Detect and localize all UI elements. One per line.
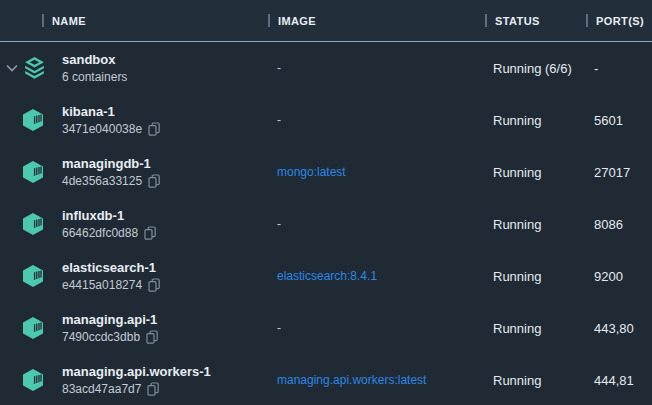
image-cell: - <box>268 321 485 335</box>
copy-id-button[interactable] <box>147 382 160 397</box>
container-id: 3471e040038e <box>62 122 142 137</box>
copy-id-button[interactable] <box>148 278 161 293</box>
image-cell: - <box>268 217 485 231</box>
column-header-ports[interactable]: PORT(S) <box>586 14 652 27</box>
status-cell: Running (6/6) <box>485 61 586 76</box>
copy-icon <box>148 122 161 137</box>
container-icon <box>22 108 48 132</box>
stack-icon <box>22 56 48 81</box>
name-cell: managing.api.workers-1 83acd47aa7d7 <box>0 364 268 397</box>
status-cell: Running <box>485 165 586 180</box>
column-divider <box>586 14 588 27</box>
container-name: managingdb-1 <box>62 156 161 172</box>
container-name: managing.api-1 <box>62 312 159 328</box>
container-row[interactable]: managingdb-1 4de356a33125 mongo:latest R… <box>0 146 652 198</box>
copy-icon <box>148 278 161 293</box>
status-cell: Running <box>485 269 586 284</box>
status-cell: Running <box>485 113 586 128</box>
ports-cell: 5601 <box>586 113 652 128</box>
container-name: kibana-1 <box>62 104 161 120</box>
container-id: 66462dfc0d88 <box>62 226 138 241</box>
ports-cell: 8086 <box>586 217 652 232</box>
image-cell: - <box>268 61 485 75</box>
column-header-status[interactable]: STATUS <box>485 14 586 27</box>
container-name: managing.api.workers-1 <box>62 364 211 380</box>
container-icon <box>22 212 48 236</box>
copy-id-button[interactable] <box>146 330 159 345</box>
name-cell: sandbox 6 containers <box>0 52 268 85</box>
column-header-image[interactable]: IMAGE <box>268 14 485 27</box>
collapse-toggle[interactable] <box>6 64 22 72</box>
copy-icon <box>144 226 157 241</box>
image-link[interactable]: managing.api.workers:latest <box>268 373 485 387</box>
name-cell: managingdb-1 4de356a33125 <box>0 156 268 189</box>
table-body: sandbox 6 containers - Running (6/6) - k… <box>0 42 652 405</box>
ports-cell: 444,81 <box>586 373 652 388</box>
image-link[interactable]: elasticsearch:8.4.1 <box>268 269 485 283</box>
container-id: 4de356a33125 <box>62 174 142 189</box>
container-icon <box>22 316 48 340</box>
column-label: NAME <box>52 15 86 27</box>
status-cell: Running <box>485 217 586 232</box>
table-header: NAME IMAGE STATUS PORT(S) <box>0 0 652 42</box>
container-row[interactable]: elasticsearch-1 e4415a018274 elasticsear… <box>0 250 652 302</box>
copy-icon <box>147 382 160 397</box>
chevron-down-icon <box>6 64 18 72</box>
column-header-name[interactable]: NAME <box>0 14 268 27</box>
ports-cell: 443,80 <box>586 321 652 336</box>
container-name: influxdb-1 <box>62 208 157 224</box>
copy-icon <box>148 174 161 189</box>
name-cell: kibana-1 3471e040038e <box>0 104 268 137</box>
name-cell: elasticsearch-1 e4415a018274 <box>0 260 268 293</box>
container-id: 7490ccdc3dbb <box>62 330 140 345</box>
group-subtitle: 6 containers <box>62 70 127 85</box>
copy-id-button[interactable] <box>148 122 161 137</box>
column-divider <box>268 14 270 27</box>
container-row[interactable]: managing.api.workers-1 83acd47aa7d7 mana… <box>0 354 652 405</box>
containers-table: NAME IMAGE STATUS PORT(S) <box>0 0 652 405</box>
copy-icon <box>146 330 159 345</box>
column-label: PORT(S) <box>596 15 644 27</box>
container-row[interactable]: managing.api-1 7490ccdc3dbb - Running 44… <box>0 302 652 354</box>
container-icon <box>22 264 48 288</box>
column-label: IMAGE <box>278 15 316 27</box>
copy-id-button[interactable] <box>148 174 161 189</box>
container-name: elasticsearch-1 <box>62 260 161 276</box>
column-label: STATUS <box>495 15 540 27</box>
container-id: 83acd47aa7d7 <box>62 382 141 397</box>
image-link[interactable]: mongo:latest <box>268 165 485 179</box>
ports-cell: 9200 <box>586 269 652 284</box>
ports-cell: - <box>586 61 652 76</box>
name-cell: influxdb-1 66462dfc0d88 <box>0 208 268 241</box>
image-cell: - <box>268 113 485 127</box>
status-cell: Running <box>485 373 586 388</box>
column-divider <box>485 14 487 27</box>
container-icon <box>22 368 48 392</box>
column-divider <box>42 14 44 27</box>
container-row[interactable]: influxdb-1 66462dfc0d88 - Running 8086 <box>0 198 652 250</box>
container-row[interactable]: kibana-1 3471e040038e - Running 5601 <box>0 94 652 146</box>
container-group-row[interactable]: sandbox 6 containers - Running (6/6) - <box>0 42 652 94</box>
ports-cell: 27017 <box>586 165 652 180</box>
name-cell: managing.api-1 7490ccdc3dbb <box>0 312 268 345</box>
status-cell: Running <box>485 321 586 336</box>
container-icon <box>22 160 48 184</box>
copy-id-button[interactable] <box>144 226 157 241</box>
group-name: sandbox <box>62 52 127 68</box>
container-id: e4415a018274 <box>62 278 142 293</box>
